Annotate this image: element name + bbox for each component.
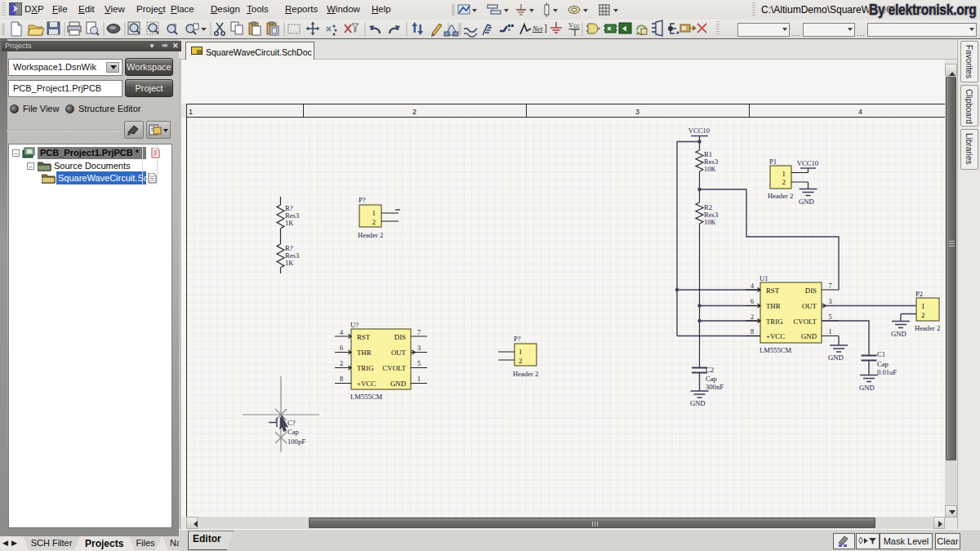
svg-text:TRIG: TRIG [766,318,783,326]
svg-text:Header 2: Header 2 [915,324,940,332]
svg-text:Header 2: Header 2 [513,370,538,378]
svg-text:10K: 10K [704,218,717,226]
svg-text:U?: U? [350,321,359,329]
svg-text:THR: THR [766,302,781,310]
svg-text:DIS: DIS [394,333,406,341]
svg-text:1: 1 [519,348,522,356]
svg-text:3: 3 [417,344,421,352]
svg-text:Cap: Cap [877,360,889,368]
svg-text:2: 2 [782,178,786,186]
svg-text:RST: RST [766,287,780,295]
svg-text:3: 3 [828,298,831,305]
svg-text:C2: C2 [706,366,714,374]
svg-text:GND: GND [801,332,817,340]
svg-text:1: 1 [828,328,831,335]
svg-text:GND: GND [859,384,875,392]
svg-text:2: 2 [751,313,754,321]
svg-text:2: 2 [340,360,343,367]
svg-text:VCC10: VCC10 [797,159,818,167]
svg-text:CVOLT: CVOLT [793,318,817,326]
svg-text:5: 5 [828,313,831,321]
svg-text:P1: P1 [769,158,777,166]
svg-text:2: 2 [519,357,522,365]
svg-text:300nF: 300nF [706,383,724,391]
svg-text:8: 8 [751,328,754,335]
svg-text:6: 6 [340,344,343,352]
svg-text:1: 1 [372,209,376,217]
svg-text:7: 7 [828,282,831,290]
svg-text:2: 2 [921,311,924,319]
svg-text:2: 2 [372,218,376,226]
svg-text:C?: C? [287,419,296,427]
svg-text:Cap: Cap [706,375,717,383]
svg-text:GND: GND [828,353,844,362]
svg-text:Header 2: Header 2 [358,231,383,239]
svg-text:+VCC: +VCC [766,332,785,340]
svg-text:OUT: OUT [391,349,407,357]
svg-text:OUT: OUT [802,302,817,310]
svg-text:DIS: DIS [805,287,817,295]
svg-text:7: 7 [417,329,421,336]
svg-text:100pF: 100pF [287,438,305,446]
svg-text:U1: U1 [760,274,768,282]
svg-text:LM555CM: LM555CM [760,346,792,354]
svg-text:P2: P2 [915,290,923,298]
svg-text:4: 4 [751,282,754,290]
svg-text:GND: GND [390,380,406,388]
svg-text:Vcc: Vcc [568,21,580,29]
svg-text:GND: GND [690,399,706,407]
svg-text:1: 1 [782,170,786,178]
svg-text:RST: RST [357,333,371,341]
svg-text:VCC10: VCC10 [688,127,710,135]
svg-text:LM555CM: LM555CM [350,393,383,401]
svg-text:TRIG: TRIG [357,364,374,372]
svg-text:+VCC: +VCC [357,380,376,388]
svg-text:10K: 10K [704,165,717,173]
svg-text:5: 5 [417,360,421,367]
svg-text:1: 1 [921,302,924,310]
svg-text:8: 8 [340,375,343,383]
svg-text:4: 4 [340,329,343,336]
svg-text:GND: GND [891,330,906,338]
svg-text:1: 1 [417,375,421,383]
svg-text:CVOLT: CVOLT [382,364,406,372]
svg-text:1K: 1K [285,219,294,227]
svg-text:C1: C1 [877,350,885,358]
svg-text:Res3: Res3 [285,211,299,220]
svg-text:Cap: Cap [287,428,299,436]
svg-text:Header 2: Header 2 [768,192,793,200]
svg-text:P?: P? [359,196,366,204]
svg-text:0.01uF: 0.01uF [877,368,897,376]
svg-text:P?: P? [514,335,521,343]
svg-text:1K: 1K [285,259,294,267]
svg-text:6: 6 [751,298,754,305]
svg-text:GND: GND [799,198,814,206]
svg-text:Net: Net [532,24,543,33]
svg-text:]: ] [545,24,547,33]
svg-text:THR: THR [357,349,372,357]
